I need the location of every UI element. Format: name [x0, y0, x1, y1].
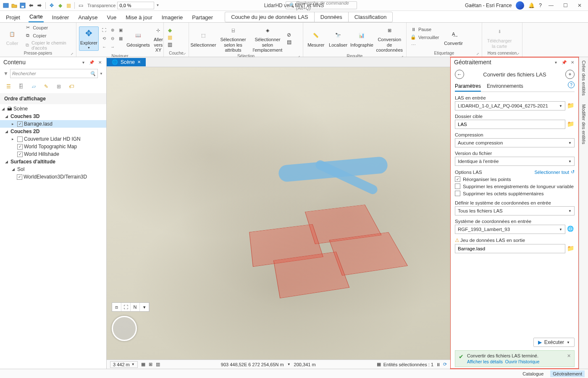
chevron-down-icon[interactable]: ▼	[156, 3, 159, 7]
explore-button[interactable]: ✥ Explorer ▼	[79, 26, 99, 51]
list-by-snapping-icon[interactable]: ⊞	[55, 82, 63, 91]
refresh-icon[interactable]: ⟳	[443, 362, 447, 367]
gp-tab-parameters[interactable]: Paramètres	[455, 81, 481, 92]
define-cs-select[interactable]: Tous les fichiers LAS▼	[455, 206, 575, 215]
expand-icon[interactable]: ⤢	[183, 52, 186, 56]
tab-donnees[interactable]: Données	[315, 12, 349, 22]
download-map-button[interactable]: ⬇Télécharger la carte	[485, 25, 514, 50]
pause-labels-button[interactable]: ⏸Pause	[409, 26, 440, 33]
output-lasd-field[interactable]	[455, 244, 565, 253]
input-las-field[interactable]: LIDARHD_1-0_LAZ_PQ-0904_6275-2021▼	[455, 101, 565, 110]
browse-folder-icon[interactable]: 📁	[567, 121, 575, 128]
compression-select[interactable]: Aucune compression▼	[455, 138, 575, 147]
surfaces-node[interactable]: ◢Surfaces d'altitude	[0, 158, 106, 165]
basemap-icon[interactable]: ▦	[166, 34, 173, 41]
pin-icon[interactable]: 📌	[561, 59, 567, 65]
contents-search[interactable]: Rechercher 🔍	[10, 69, 98, 78]
browse-folder-icon[interactable]: 📁	[567, 245, 575, 252]
close-icon[interactable]: ✕	[97, 59, 103, 65]
rail-create-features[interactable]: Créer des entités	[581, 60, 586, 96]
scene-node[interactable]: ◢🏔Scène	[0, 105, 106, 113]
convert-labels-button[interactable]: A͢Convertir	[442, 27, 465, 47]
copy-button[interactable]: ⧉Copier	[24, 32, 74, 39]
rearrange-checkbox[interactable]	[455, 176, 460, 182]
grid-icon[interactable]: ▦	[141, 362, 145, 367]
explore-qat-icon[interactable]: ✥	[48, 2, 55, 9]
tab-miseajour[interactable]: Mise à jour	[125, 13, 153, 22]
close-icon[interactable]: ✕	[137, 60, 141, 64]
scale-control[interactable]: 3 442 m▼	[110, 361, 138, 368]
command-search[interactable]: 🔍 Recherche de commande (Alt+Q)	[286, 1, 357, 9]
measure-button[interactable]: 📏Mesurer	[306, 29, 326, 49]
bookmarks-button[interactable]: 📖 Géosignets	[126, 29, 150, 49]
labeling-qat-icon[interactable]: ▭	[77, 2, 84, 9]
add-data-icon[interactable]: ◆	[166, 27, 173, 34]
group-2d-node[interactable]: ◢Couches 2D	[0, 128, 106, 135]
checkbox[interactable]	[17, 152, 23, 157]
statusbar-catalog-tab[interactable]: Catalogue	[520, 370, 546, 377]
tab-vue[interactable]: Vue	[106, 13, 117, 22]
zoom-in-icon[interactable]: ⊕	[109, 26, 116, 34]
expand-icon[interactable]: ⤢	[71, 52, 74, 56]
full-extent-icon[interactable]: ⧈	[112, 303, 121, 311]
nav-shortcuts-grid[interactable]: ⛶⊕▣ ⟲⊖▦ ←→	[100, 26, 125, 51]
hillshade-layer[interactable]: ▸World Hillshade	[0, 150, 106, 158]
zoom-layer-icon[interactable]: ▦	[117, 35, 125, 42]
back-button[interactable]: ←	[455, 70, 464, 79]
target-folder-field[interactable]	[455, 120, 565, 129]
expand-icon[interactable]: ⤢	[476, 52, 479, 56]
zoom-prev-icon[interactable]: ⟲	[100, 35, 108, 42]
open-history-link[interactable]: Ouvrir l'historique	[505, 359, 539, 364]
infographics-button[interactable]: 📊Infographie	[350, 29, 373, 49]
maximize-button[interactable]: ☐	[560, 0, 570, 10]
list-by-selection-icon[interactable]: ▱	[29, 82, 38, 91]
coverage-layer[interactable]: ▸Couverture Lidar HD IGN	[0, 135, 106, 143]
checkbox[interactable]	[17, 136, 23, 142]
tab-inserer[interactable]: Insérer	[51, 13, 70, 22]
open-project-icon[interactable]	[11, 2, 18, 9]
expand-icon[interactable]: ⤢	[517, 52, 520, 56]
group-3d-node[interactable]: ◢Couches 3D	[0, 113, 106, 120]
notifications-icon[interactable]: 🔔	[528, 3, 535, 8]
select-button[interactable]: ⬚Sélectionner	[192, 29, 215, 49]
checkbox[interactable]	[17, 174, 22, 180]
input-cs-select[interactable]: RGF_1993_Lambert_93▼	[455, 225, 565, 234]
view-options-icon[interactable]: ▾	[140, 303, 149, 311]
chevron-down-icon[interactable]: ▼	[287, 362, 291, 366]
redo-icon[interactable]	[36, 2, 43, 9]
coord-conv-button[interactable]: ⊞Conversion de coordonnées	[375, 24, 404, 54]
chevron-down-icon[interactable]: ▾	[80, 59, 86, 65]
list-by-editing-icon[interactable]: ✎	[42, 82, 50, 91]
tab-classification[interactable]: Classification	[349, 12, 393, 22]
select-by-loc-button[interactable]: ◈Sélectionner selon l'emplacement	[251, 24, 284, 54]
paste-button[interactable]: 📋 Coller	[3, 27, 22, 47]
zoom-sel-icon[interactable]: ▣	[117, 26, 125, 34]
next-extent-icon[interactable]: →	[109, 43, 116, 51]
close-button[interactable]: ✕	[575, 0, 585, 10]
navigator-3d[interactable]	[112, 316, 137, 341]
pause-draw-icon[interactable]: ⏸	[436, 362, 441, 367]
transparency-input[interactable]	[117, 2, 154, 9]
globe-icon[interactable]: 🌐	[567, 226, 575, 233]
close-icon[interactable]: ✕	[570, 59, 575, 65]
tab-analyse[interactable]: Analyse	[77, 13, 98, 22]
tab-imagerie[interactable]: Imagerie	[161, 13, 184, 22]
rail-modify-features[interactable]: Modifier des entités	[581, 104, 586, 144]
snap-icon[interactable]: ⊞	[149, 362, 152, 367]
zoom-out-icon[interactable]: ⊖	[109, 35, 116, 42]
close-icon[interactable]: ✕	[567, 353, 571, 364]
north-icon[interactable]: N	[131, 303, 140, 311]
add-preset-icon[interactable]: ▥	[166, 41, 173, 48]
filter-icon[interactable]: ▼	[3, 71, 8, 76]
zoom-full-icon[interactable]: ⛶	[100, 26, 108, 34]
list-by-drawing-icon[interactable]: ☰	[4, 82, 13, 91]
undo-icon[interactable]	[28, 2, 34, 9]
scene-view-tab[interactable]: 🌐 Scène ✕	[107, 58, 146, 66]
expand-view-icon[interactable]: ⛶	[121, 303, 131, 311]
tab-partager[interactable]: Partager	[191, 13, 214, 22]
remove-extra-checkbox[interactable]	[455, 191, 460, 196]
topo-layer[interactable]: ▸World Topographic Map	[0, 143, 106, 150]
tab-projet[interactable]: Projet	[5, 13, 21, 22]
barrage-layer[interactable]: ▸Barrage.lasd	[0, 120, 106, 128]
sel-options-icon[interactable]: ▤	[286, 39, 292, 45]
